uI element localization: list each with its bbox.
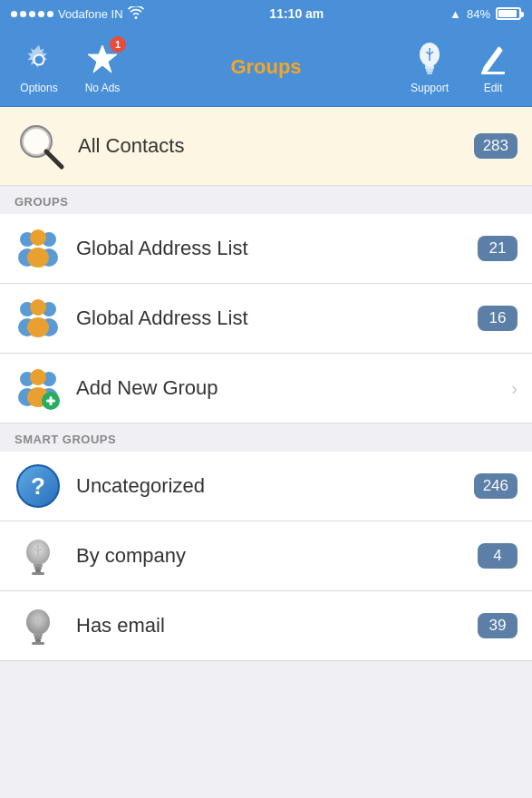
svg-rect-10	[481, 72, 505, 74]
support-label: Support	[411, 82, 449, 94]
people-icon-1	[15, 225, 62, 272]
smart-group-row-3[interactable]: Has email 39	[0, 591, 532, 661]
group-row-1[interactable]: Global Address List 21	[0, 214, 532, 284]
smart-group-3-count: 39	[478, 613, 517, 638]
smart-group-3-label: Has email	[76, 614, 478, 637]
edit-icon	[473, 40, 513, 80]
question-icon: ?	[15, 462, 62, 510]
all-contacts-row[interactable]: All Contacts 283	[0, 107, 532, 186]
smart-groups-section-header: SMART GROUPS	[0, 423, 532, 452]
svg-rect-52	[32, 642, 44, 645]
all-contacts-count: 283	[474, 133, 517, 159]
svg-rect-48	[35, 639, 41, 642]
options-icon	[19, 40, 59, 80]
group-1-count: 21	[478, 236, 517, 261]
smart-group-row-2[interactable]: By company 4	[0, 521, 532, 591]
svg-rect-36	[50, 396, 53, 405]
status-time: 11:10 am	[269, 6, 324, 21]
smart-group-2-count: 4	[478, 543, 517, 569]
wifi-icon	[128, 6, 144, 22]
no-ads-button[interactable]: 1 No Ads	[71, 40, 134, 94]
bulb-icon-1	[15, 532, 62, 579]
bulb-icon-2	[15, 602, 62, 649]
all-contacts-label: All Contacts	[78, 134, 474, 158]
group-2-count: 16	[478, 306, 517, 331]
signal-dots	[11, 11, 53, 17]
nav-bar: Options 1 No Ads Groups	[0, 27, 532, 107]
group-1-label: Global Address List	[76, 237, 478, 260]
edit-label: Edit	[484, 82, 503, 94]
nav-title: Groups	[134, 55, 398, 79]
add-group-icon	[15, 365, 62, 412]
battery-percent: 84%	[467, 7, 490, 21]
svg-rect-39	[34, 567, 42, 569]
status-left: Vodafone IN	[11, 6, 144, 22]
svg-point-21	[27, 248, 49, 268]
svg-rect-5	[426, 69, 433, 72]
carrier-label: Vodafone IN	[58, 7, 123, 21]
svg-point-13	[24, 130, 48, 153]
support-button[interactable]: Support	[398, 40, 461, 94]
group-row-2[interactable]: Global Address List 16	[0, 284, 532, 354]
star-icon-container: 1	[82, 40, 122, 80]
smart-group-2-label: By company	[76, 544, 478, 568]
svg-point-32	[30, 369, 46, 385]
svg-line-14	[46, 151, 62, 167]
battery-icon	[496, 7, 521, 20]
location-arrow-icon: ▲	[450, 7, 461, 21]
notification-badge: 1	[110, 36, 126, 53]
svg-rect-38	[34, 564, 43, 567]
support-icon	[410, 40, 450, 80]
svg-point-27	[27, 317, 49, 337]
svg-rect-44	[32, 572, 44, 575]
svg-rect-46	[34, 634, 43, 637]
no-ads-label: No Ads	[85, 82, 121, 94]
options-label: Options	[20, 82, 57, 94]
smart-group-row-1[interactable]: ? Uncategorized 246	[0, 452, 532, 521]
svg-rect-4	[425, 65, 434, 69]
magnifier-icon	[15, 120, 67, 172]
status-right: ▲ 84%	[450, 7, 521, 21]
status-bar: Vodafone IN 11:10 am ▲ 84%	[0, 0, 532, 27]
svg-rect-40	[35, 569, 41, 572]
svg-rect-47	[34, 637, 42, 639]
group-2-label: Global Address List	[76, 307, 478, 330]
edit-button[interactable]: Edit	[461, 40, 525, 94]
people-icon-2	[15, 295, 62, 342]
add-group-label: Add New Group	[76, 376, 508, 400]
svg-point-1	[34, 54, 44, 64]
smart-group-1-count: 246	[474, 473, 517, 499]
svg-rect-6	[427, 72, 432, 74]
svg-point-20	[30, 229, 46, 246]
add-group-row[interactable]: Add New Group ›	[0, 354, 532, 423]
chevron-icon: ›	[511, 378, 517, 399]
svg-point-26	[30, 299, 46, 316]
groups-section-header: GROUPS	[0, 186, 532, 214]
options-button[interactable]: Options	[7, 40, 71, 94]
smart-group-1-label: Uncategorized	[76, 474, 474, 498]
